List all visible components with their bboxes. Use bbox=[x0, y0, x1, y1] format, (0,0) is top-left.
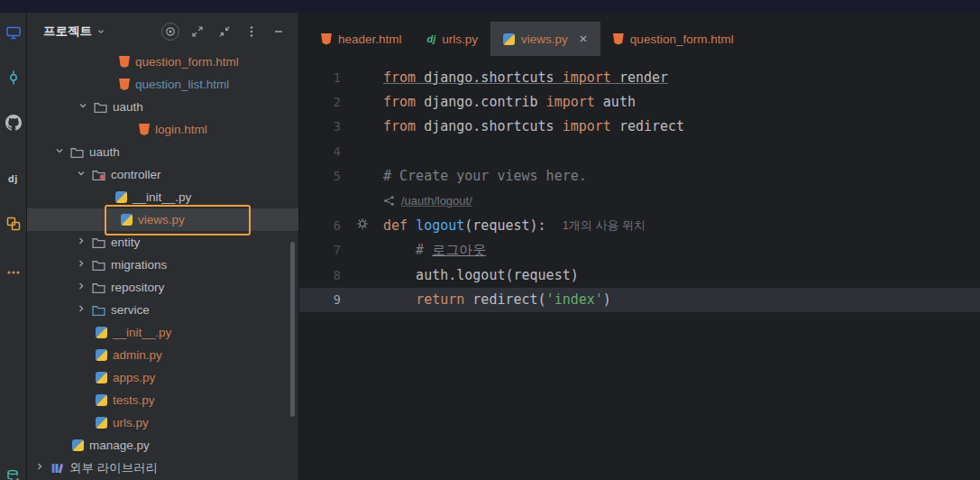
chevron-down-icon[interactable] bbox=[76, 168, 87, 181]
tree-item-label: __init__.py bbox=[113, 326, 171, 339]
python-file-icon bbox=[96, 417, 107, 429]
tree-item-label: entity bbox=[111, 235, 140, 249]
database-add-icon[interactable] bbox=[3, 466, 24, 480]
tree-item-uauth-templates[interactable]: uauth bbox=[27, 96, 298, 118]
tree-item-label: repository bbox=[111, 281, 164, 294]
tab-label: urls.py bbox=[442, 32, 478, 46]
tree-item-uauth-app[interactable]: uauth bbox=[27, 141, 298, 163]
chevron-right-icon[interactable] bbox=[76, 258, 87, 272]
project-panel-title[interactable]: 프로젝트 bbox=[43, 23, 92, 40]
tree-item-label: service bbox=[111, 303, 150, 317]
tree-item-views-py[interactable]: views.py bbox=[27, 208, 298, 231]
tree-item-service[interactable]: service bbox=[27, 299, 298, 321]
expand-icon[interactable] bbox=[188, 23, 206, 41]
chevron-right-icon[interactable] bbox=[34, 461, 45, 475]
folder-icon bbox=[94, 101, 107, 113]
tree-item-apps-py[interactable]: apps.py bbox=[27, 366, 298, 389]
tree-item-label: uauth bbox=[113, 100, 143, 114]
kebab-menu-icon[interactable] bbox=[243, 23, 261, 41]
activity-bar: dj bbox=[0, 13, 27, 480]
library-icon bbox=[50, 462, 64, 475]
commit-icon[interactable] bbox=[3, 67, 24, 88]
collapse-icon[interactable] bbox=[215, 23, 234, 41]
tree-item-label: admin.py bbox=[113, 348, 162, 362]
locate-target-icon[interactable] bbox=[161, 23, 179, 41]
tree-item-urls-py[interactable]: urls.py bbox=[27, 411, 298, 434]
line-number: 4 bbox=[299, 144, 341, 159]
monitor-icon[interactable] bbox=[3, 22, 24, 43]
tree-item-external-libraries[interactable]: 외부 라이브러리 bbox=[27, 457, 298, 479]
html-file-icon bbox=[139, 124, 150, 135]
gear-gutter-icon[interactable] bbox=[356, 217, 369, 234]
project-panel: 프로젝트 bbox=[27, 13, 299, 480]
tab-urls-py[interactable]: dj urls.py bbox=[415, 22, 491, 56]
tree-item-manage-py[interactable]: manage.py bbox=[27, 434, 298, 457]
tree-item-admin-py[interactable]: admin.py bbox=[27, 344, 298, 366]
folder-icon bbox=[92, 259, 105, 271]
folder-icon bbox=[92, 236, 105, 248]
editor-area: header.html dj urls.py views.py question… bbox=[299, 13, 980, 480]
line-number: 2 bbox=[299, 95, 341, 109]
editor-tab-bar: header.html dj urls.py views.py question… bbox=[299, 13, 980, 56]
structure-icon[interactable] bbox=[3, 213, 24, 235]
titlebar bbox=[0, 0, 980, 13]
tree-item-entity[interactable]: entity bbox=[27, 231, 298, 254]
html-file-icon bbox=[321, 33, 332, 45]
tree-item-login-html[interactable]: login.html bbox=[27, 118, 298, 141]
django-tool-icon[interactable]: dj bbox=[3, 168, 24, 189]
tab-question-form-html[interactable]: question_form.html bbox=[600, 22, 746, 56]
tab-views-py[interactable]: views.py bbox=[490, 22, 600, 56]
html-file-icon bbox=[119, 56, 130, 68]
tree-item-label: views.py bbox=[138, 213, 185, 226]
code-line-1: 1 from django.shortcuts import render bbox=[299, 65, 980, 89]
line-number: 7 bbox=[299, 243, 341, 257]
code-line-8: 8 auth.logout(request) bbox=[299, 263, 980, 287]
folder-icon bbox=[92, 282, 105, 293]
line-number: 5 bbox=[299, 169, 341, 183]
tree-item-label: __init__.py bbox=[133, 190, 191, 204]
url-mapping-inlay[interactable]: /uauth/logout/ bbox=[401, 194, 472, 208]
panel-scrollbar[interactable] bbox=[290, 242, 295, 417]
url-inlay-row: /uauth/logout/ bbox=[299, 189, 980, 213]
python-file-icon bbox=[96, 394, 107, 406]
chevron-right-icon[interactable] bbox=[76, 281, 87, 294]
code-line-9-current: 9 return redirect('index') bbox=[299, 288, 980, 312]
django-file-icon: dj bbox=[427, 33, 436, 44]
close-icon[interactable] bbox=[579, 34, 588, 43]
line-number: 3 bbox=[299, 119, 341, 134]
tree-item-init-controller[interactable]: __init__.py bbox=[27, 186, 298, 208]
tree-item-label: manage.py bbox=[89, 438, 150, 452]
python-file-icon bbox=[72, 439, 84, 451]
line-number: 1 bbox=[299, 70, 341, 85]
tree-item-label: tests.py bbox=[113, 393, 155, 407]
tree-item-tests-py[interactable]: tests.py bbox=[27, 389, 298, 411]
html-file-icon bbox=[119, 78, 130, 90]
line-number: 6 bbox=[299, 218, 341, 233]
code-line-7: 7 # 로그아웃 bbox=[299, 238, 980, 263]
code-line-3: 3 from django.shortcuts import redirect bbox=[299, 115, 980, 139]
tab-header-html[interactable]: header.html bbox=[308, 22, 415, 56]
panel-header-actions bbox=[161, 23, 288, 41]
tree-item-repository[interactable]: repository bbox=[27, 276, 298, 299]
chevron-right-icon[interactable] bbox=[76, 303, 87, 317]
github-icon[interactable] bbox=[3, 112, 24, 134]
tree-item-controller[interactable]: controller bbox=[27, 163, 298, 186]
usage-count-inlay[interactable]: 1개의 사용 위치 bbox=[563, 217, 646, 234]
python-file-icon bbox=[115, 191, 127, 203]
tree-item-init-app[interactable]: __init__.py bbox=[27, 321, 298, 344]
code-line-5: 5 # Create your views here. bbox=[299, 164, 980, 189]
chevron-down-icon[interactable] bbox=[78, 100, 88, 114]
chevron-right-icon[interactable] bbox=[76, 235, 87, 249]
code-line-6: 6 def logout(request):1개의 사용 위치 bbox=[299, 213, 980, 237]
folder-icon bbox=[92, 304, 105, 316]
chevron-down-icon[interactable] bbox=[54, 145, 65, 159]
ide-window: dj 프로젝트 bbox=[0, 0, 980, 480]
more-tools-icon[interactable] bbox=[3, 262, 24, 283]
tree-item-question-list-html[interactable]: question_list.html bbox=[27, 73, 298, 96]
chevron-down-icon[interactable] bbox=[96, 23, 105, 40]
hide-panel-icon[interactable] bbox=[270, 23, 288, 41]
tree-item-question-form-html[interactable]: question_form.html bbox=[27, 51, 298, 73]
tree-item-label: login.html bbox=[155, 123, 207, 136]
code-editor[interactable]: 1 from django.shortcuts import render 2 … bbox=[299, 56, 980, 480]
tree-item-migrations[interactable]: migrations bbox=[27, 254, 298, 276]
